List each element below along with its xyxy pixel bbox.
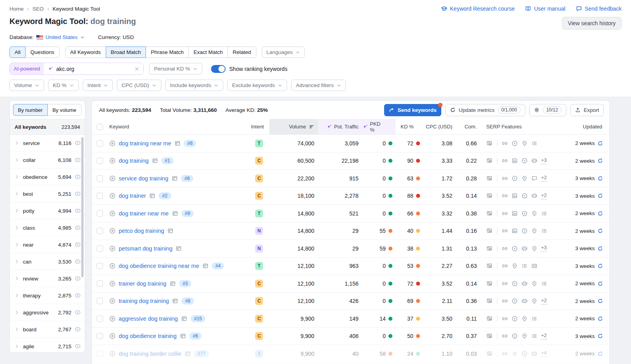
serp-preview-icon[interactable] bbox=[486, 333, 493, 339]
user-manual-link[interactable]: User manual bbox=[525, 6, 565, 12]
keyword-group-item[interactable]: review 3,265 bbox=[10, 270, 85, 287]
refresh-row-icon[interactable] bbox=[597, 351, 603, 357]
serp-more-badge[interactable]: +2 bbox=[541, 298, 547, 305]
keyword-link[interactable]: trainer dog training bbox=[119, 280, 166, 287]
chevron-right-icon[interactable] bbox=[15, 175, 19, 179]
keyword-group-item[interactable]: aggressive 2,792 bbox=[10, 304, 85, 321]
row-checkbox[interactable] bbox=[97, 298, 103, 304]
match-tab[interactable]: Phrase Match bbox=[146, 46, 189, 58]
keyword-link[interactable]: petsmart dog training bbox=[119, 245, 172, 252]
send-keywords-button[interactable]: Send keywords bbox=[384, 104, 441, 116]
row-checkbox[interactable] bbox=[97, 228, 103, 234]
serp-more-badge[interactable]: +2 bbox=[541, 193, 547, 199]
ranking-badge[interactable]: #77 bbox=[194, 350, 209, 357]
chevron-right-icon[interactable] bbox=[15, 276, 19, 281]
add-keyword-icon[interactable] bbox=[109, 210, 116, 217]
serp-page-icon[interactable] bbox=[185, 351, 191, 357]
match-tab[interactable]: Broad Match bbox=[106, 46, 146, 58]
row-checkbox[interactable] bbox=[97, 316, 103, 322]
serp-page-icon[interactable] bbox=[152, 158, 158, 164]
eye-icon[interactable] bbox=[75, 174, 81, 180]
keyword-link[interactable]: petco dog training bbox=[119, 228, 164, 234]
sidebar-scrollbar[interactable] bbox=[81, 137, 84, 277]
eye-icon[interactable] bbox=[75, 140, 81, 146]
row-checkbox[interactable] bbox=[97, 193, 103, 199]
keyword-group-item[interactable]: collar 6,108 bbox=[10, 152, 85, 169]
filter-chip[interactable]: KD % bbox=[48, 80, 79, 91]
add-keyword-icon[interactable] bbox=[109, 175, 116, 182]
chevron-right-icon[interactable] bbox=[15, 191, 19, 196]
serp-page-icon[interactable] bbox=[172, 210, 178, 217]
filter-chip[interactable]: Volume bbox=[9, 80, 44, 91]
add-keyword-icon[interactable] bbox=[109, 333, 116, 339]
export-button[interactable]: Export bbox=[570, 104, 604, 116]
serp-preview-icon[interactable] bbox=[486, 158, 493, 164]
serp-page-icon[interactable] bbox=[180, 333, 186, 339]
match-tab[interactable]: Questions bbox=[25, 46, 60, 58]
serp-page-icon[interactable] bbox=[202, 263, 209, 269]
row-checkbox[interactable] bbox=[97, 351, 103, 357]
refresh-row-icon[interactable] bbox=[597, 333, 603, 339]
show-ranking-keywords-toggle[interactable] bbox=[211, 65, 226, 73]
eye-icon[interactable] bbox=[75, 292, 81, 299]
filter-chip[interactable]: Intent bbox=[83, 80, 113, 91]
eye-icon[interactable] bbox=[75, 191, 81, 197]
add-keyword-icon[interactable] bbox=[109, 193, 116, 199]
match-tab[interactable]: Related bbox=[228, 46, 256, 58]
keyword-group-item[interactable]: agile 2,715 bbox=[10, 338, 85, 353]
chevron-right-icon[interactable] bbox=[15, 208, 19, 213]
serp-preview-icon[interactable] bbox=[486, 245, 493, 252]
chevron-right-icon[interactable] bbox=[15, 327, 19, 332]
refresh-row-icon[interactable] bbox=[597, 316, 603, 321]
column-pkd[interactable]: PKD % bbox=[370, 121, 385, 133]
select-all-checkbox[interactable] bbox=[97, 124, 103, 130]
column-kd[interactable]: KD % bbox=[401, 124, 414, 130]
serp-page-icon[interactable] bbox=[172, 298, 178, 304]
keyword-group-item[interactable]: best 5,251 bbox=[10, 186, 85, 202]
personal-kd-dropdown[interactable]: Personal KD % bbox=[149, 63, 202, 74]
match-tab[interactable]: All Keywords bbox=[65, 46, 106, 58]
column-pot-traffic[interactable]: Pot. Traffic bbox=[334, 124, 358, 130]
add-keyword-icon[interactable] bbox=[109, 298, 116, 304]
add-keyword-icon[interactable] bbox=[109, 228, 116, 234]
keyword-link[interactable]: dog training border collie bbox=[119, 351, 181, 357]
sort-desc-icon[interactable] bbox=[309, 124, 314, 130]
eye-icon[interactable] bbox=[75, 275, 81, 282]
filter-chip[interactable]: Exclude keywords bbox=[227, 80, 287, 91]
send-feedback-link[interactable]: Send feedback bbox=[576, 6, 622, 12]
serp-page-icon[interactable] bbox=[181, 316, 187, 322]
serp-more-badge[interactable]: +2 bbox=[541, 333, 547, 340]
eye-icon[interactable] bbox=[75, 208, 81, 214]
serp-preview-icon[interactable] bbox=[486, 316, 493, 322]
ranking-badge[interactable]: #8 bbox=[181, 297, 194, 305]
add-keyword-icon[interactable] bbox=[109, 280, 116, 287]
eye-icon[interactable] bbox=[75, 258, 81, 265]
add-keyword-icon[interactable] bbox=[109, 140, 116, 147]
breadcrumb-seo[interactable]: SEO bbox=[32, 6, 44, 12]
sidebar-sort-tab[interactable]: By number bbox=[13, 104, 48, 116]
filter-chip[interactable]: Include keywords bbox=[165, 80, 223, 91]
refresh-row-icon[interactable] bbox=[597, 228, 603, 234]
keyword-group-item[interactable]: service 8,116 bbox=[10, 135, 85, 152]
languages-dropdown[interactable]: Languages bbox=[262, 46, 305, 58]
refresh-row-icon[interactable] bbox=[597, 158, 603, 163]
serp-preview-icon[interactable] bbox=[486, 263, 493, 269]
add-keyword-icon[interactable] bbox=[109, 351, 116, 357]
ranking-badge[interactable]: #6 bbox=[184, 140, 196, 147]
seed-keyword-input[interactable] bbox=[56, 66, 132, 72]
chevron-right-icon[interactable] bbox=[15, 141, 19, 145]
ranking-badge[interactable]: #1 bbox=[161, 157, 174, 164]
serp-preview-icon[interactable] bbox=[486, 175, 493, 182]
serp-more-badge[interactable]: +3 bbox=[541, 158, 547, 164]
match-tab[interactable]: All bbox=[9, 46, 26, 58]
keyword-group-item[interactable]: obedience 5,694 bbox=[10, 169, 85, 186]
match-tab[interactable]: Exact Match bbox=[189, 46, 228, 58]
serp-page-icon[interactable] bbox=[174, 140, 181, 147]
refresh-row-icon[interactable] bbox=[597, 211, 603, 216]
chevron-right-icon[interactable] bbox=[15, 293, 19, 298]
serp-preview-icon[interactable] bbox=[486, 351, 493, 357]
column-keyword[interactable]: Keyword bbox=[109, 124, 129, 130]
database-select[interactable]: United States bbox=[36, 34, 85, 40]
add-keyword-icon[interactable] bbox=[109, 263, 116, 269]
column-com[interactable]: Com. bbox=[465, 124, 477, 130]
